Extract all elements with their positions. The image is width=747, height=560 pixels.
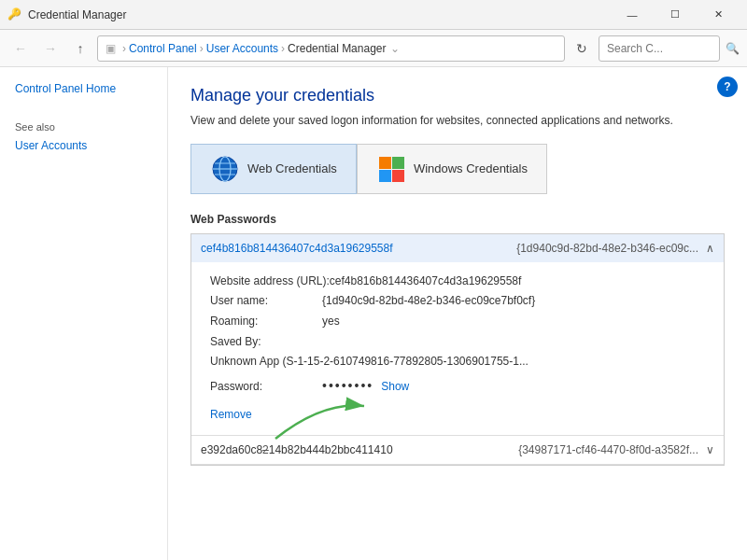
roaming-row: Roaming: yes xyxy=(210,312,705,332)
web-credentials-tab[interactable]: Web Credentials xyxy=(190,144,357,194)
credential-list: cef4b816b814436407c4d3a19629558f {1d940c… xyxy=(190,233,725,466)
credential-header-1[interactable]: cef4b816b814436407c4d3a19629558f {1d940c… xyxy=(191,234,724,262)
main-layout: Control Panel Home See also User Account… xyxy=(0,67,747,560)
saved-by-row: Saved By: xyxy=(210,332,705,353)
minimize-button[interactable]: — xyxy=(611,0,654,30)
username-label: User name: xyxy=(210,291,322,312)
remove-credential-link[interactable]: Remove xyxy=(210,405,252,426)
roaming-value: yes xyxy=(322,312,340,332)
breadcrumb-separator2: › xyxy=(200,42,204,55)
svg-rect-5 xyxy=(379,157,391,169)
roaming-label: Roaming: xyxy=(210,312,322,332)
see-also-label: See also xyxy=(0,118,167,136)
app-icon: 🔑 xyxy=(7,7,22,22)
collapse-chevron-1[interactable]: ∧ xyxy=(706,242,714,255)
breadcrumb-separator3: › xyxy=(281,42,285,55)
credential-name-1: cef4b816b814436407c4d3a19629558f xyxy=(201,242,393,255)
window-title: Credential Manager xyxy=(28,8,611,21)
page-description: View and delete your saved logon informa… xyxy=(190,113,725,129)
windows-credentials-label: Windows Credentials xyxy=(414,161,528,175)
refresh-button[interactable]: ↻ xyxy=(569,35,595,62)
web-credentials-label: Web Credentials xyxy=(247,161,337,175)
website-address-label: Website address (URL): xyxy=(210,272,330,292)
remove-row: Remove xyxy=(210,401,705,426)
search-icon[interactable]: 🔍 xyxy=(726,42,740,55)
path-dropdown-icon[interactable]: ⌄ xyxy=(390,42,400,55)
credential-details-1: Website address (URL): cef4b816b81443640… xyxy=(191,262,724,435)
close-button[interactable]: ✕ xyxy=(697,0,740,30)
website-address-row: Website address (URL): cef4b816b81443640… xyxy=(210,272,705,292)
web-passwords-section: Web Passwords cef4b816b814436407c4d3a196… xyxy=(190,213,725,466)
address-path[interactable]: ▣ › Control Panel › User Accounts › Cred… xyxy=(97,35,565,62)
show-password-link[interactable]: Show xyxy=(381,377,409,398)
back-button[interactable]: ← xyxy=(7,35,34,62)
website-address-value: cef4b816b814436407c4d3a19629558f xyxy=(330,272,522,292)
search-input[interactable] xyxy=(599,35,720,62)
address-bar: ← → ↑ ▣ › Control Panel › User Accounts … xyxy=(0,30,747,67)
breadcrumb-control-panel[interactable]: Control Panel xyxy=(129,42,197,55)
svg-rect-8 xyxy=(392,170,404,182)
credential-name-2-part1: e392da60c8 xyxy=(201,443,262,456)
window-controls: — ☐ ✕ xyxy=(611,0,740,30)
breadcrumb-separator: › xyxy=(122,42,126,55)
breadcrumb-icon: ▣ xyxy=(106,42,116,55)
forward-button[interactable]: → xyxy=(37,35,63,62)
saved-by-label: Saved By: xyxy=(210,332,322,353)
credential-type-tabs: Web Credentials Windows Credentials xyxy=(190,144,725,194)
username-value: {1d940c9d-82bd-48e2-b346-ec09ce7bf0cf} xyxy=(322,291,535,312)
web-passwords-title: Web Passwords xyxy=(190,213,725,226)
credential-id-1: {1d940c9d-82bd-48e2-b346-ec09c... xyxy=(393,242,698,255)
breadcrumb-user-accounts[interactable]: User Accounts xyxy=(206,42,278,55)
control-panel-home-link[interactable]: Control Panel Home xyxy=(0,78,167,99)
web-credentials-icon xyxy=(210,154,240,184)
saved-by-value-row: Unknown App (S-1-15-2-610749816-77892805… xyxy=(210,352,705,372)
maximize-button[interactable]: ☐ xyxy=(654,0,697,30)
svg-rect-6 xyxy=(392,157,404,169)
annotation-arrow xyxy=(266,392,378,448)
breadcrumb-credential-manager: Credential Manager xyxy=(288,42,386,55)
expand-chevron-2[interactable]: ∨ xyxy=(706,443,714,456)
saved-by-value: Unknown App (S-1-15-2-610749816-77892805… xyxy=(210,352,529,372)
credential-id-2: {34987171-cf46-4470-8f0d-a3582f... xyxy=(393,443,698,456)
content-area: ? Manage your credentials View and delet… xyxy=(168,67,747,560)
page-title: Manage your credentials xyxy=(190,86,725,105)
user-accounts-link[interactable]: User Accounts xyxy=(0,136,167,155)
windows-credentials-icon xyxy=(376,154,406,184)
credential-item-expanded: cef4b816b814436407c4d3a19629558f {1d940c… xyxy=(191,234,724,436)
username-row: User name: {1d940c9d-82bd-48e2-b346-ec09… xyxy=(210,291,705,312)
up-button[interactable]: ↑ xyxy=(67,35,93,62)
sidebar: Control Panel Home See also User Account… xyxy=(0,67,168,560)
svg-rect-7 xyxy=(379,170,391,182)
windows-credentials-tab[interactable]: Windows Credentials xyxy=(357,144,547,194)
title-bar: 🔑 Credential Manager — ☐ ✕ xyxy=(0,0,747,30)
help-button[interactable]: ? xyxy=(717,77,738,97)
